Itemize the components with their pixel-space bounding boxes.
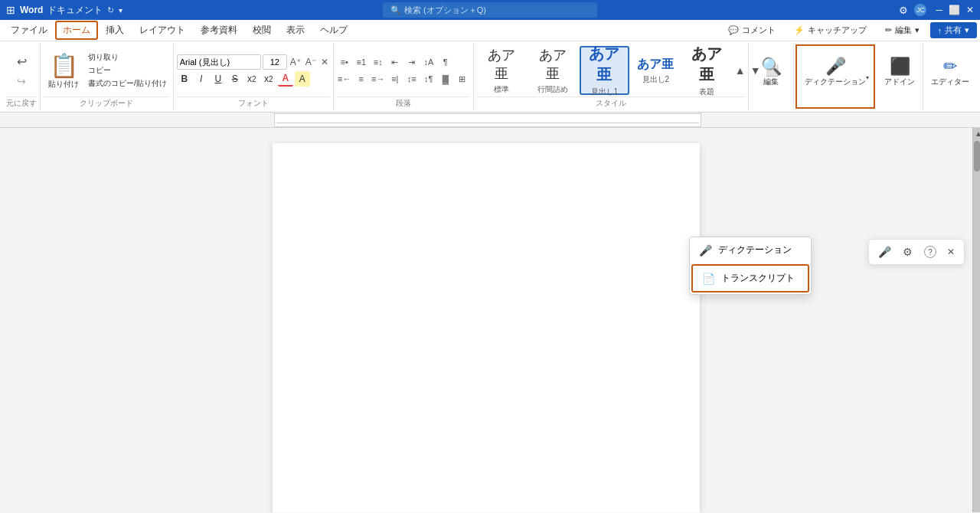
menu-item-insert[interactable]: 挿入 bbox=[98, 21, 132, 40]
ruler-area bbox=[0, 113, 980, 128]
paste-icon: 📋 bbox=[50, 52, 78, 79]
clear-format-button[interactable]: ✕ bbox=[319, 56, 330, 68]
align-right-button[interactable]: ≡→ bbox=[371, 71, 386, 87]
superscript-button[interactable]: x2 bbox=[261, 71, 276, 87]
dropdown-arrow[interactable]: ▾ bbox=[119, 6, 122, 15]
addin-button[interactable]: ⬛ アドイン bbox=[880, 54, 920, 90]
close-btn[interactable]: ✕ bbox=[966, 5, 974, 15]
copy-button[interactable]: コピー bbox=[85, 64, 170, 77]
styles-gallery: あア亜 標準 あア亜 行間詰め あア亜 見出し1 あア亜 見出し2 bbox=[477, 46, 780, 95]
transcript-settings-button[interactable]: ⚙ bbox=[898, 243, 916, 261]
editor-label: エディター bbox=[931, 77, 969, 87]
share-button[interactable]: ↑ 共有 ▾ bbox=[930, 22, 978, 38]
scroll-thumb[interactable] bbox=[974, 141, 980, 172]
sort-button[interactable]: ↕A bbox=[421, 54, 436, 70]
menu-item-help[interactable]: ヘルプ bbox=[312, 21, 355, 40]
style-title-button[interactable]: あア亜 表題 bbox=[682, 46, 732, 95]
style-tight-button[interactable]: あア亜 行間詰め bbox=[528, 46, 578, 95]
comment-button[interactable]: 💬 コメント bbox=[720, 22, 783, 38]
show-marks-button[interactable]: ¶ bbox=[438, 54, 453, 70]
document-page[interactable] bbox=[273, 143, 700, 512]
addin-label: アドイン bbox=[884, 77, 915, 87]
title-bar-center: 🔍 検索 (オプション＋Q) bbox=[328, 2, 651, 18]
restore-btn[interactable]: ⬜ bbox=[949, 5, 960, 15]
ruler-ticks bbox=[275, 114, 701, 126]
paste-button[interactable]: 📋 貼り付け bbox=[44, 49, 83, 93]
increase-indent-button[interactable]: ⇥ bbox=[404, 54, 420, 70]
undo-label: 元に戻す bbox=[6, 96, 37, 110]
dictation-section: 🎤 ディクテーション ▾ - bbox=[795, 44, 875, 109]
title-bar-right: ⚙ JC ─ ⬜ ✕ bbox=[652, 4, 974, 16]
align-left-button[interactable]: ≡← bbox=[337, 71, 352, 87]
style-heading1-text: あア亜 bbox=[587, 44, 622, 85]
bullets-button[interactable]: ≡• bbox=[337, 54, 352, 70]
edit-button[interactable]: ✏ 編集 ▾ bbox=[877, 22, 927, 38]
menu-right: 💬 コメント ⚡ キャッチアップ ✏ 編集 ▾ ↑ 共有 ▾ bbox=[720, 22, 978, 38]
dictation-menu-item-dictation[interactable]: 🎤 ディクテーション bbox=[690, 237, 811, 263]
settings-icon[interactable]: ⚙ bbox=[899, 5, 908, 16]
underline-button[interactable]: U bbox=[211, 71, 226, 87]
dictation-button[interactable]: 🎤 ディクテーション ▾ bbox=[800, 54, 871, 90]
bold-button[interactable]: B bbox=[177, 71, 192, 87]
menu-item-file[interactable]: ファイル bbox=[3, 21, 55, 40]
menu-item-layout[interactable]: レイアウト bbox=[132, 21, 193, 40]
strikethrough-button[interactable]: S bbox=[227, 71, 243, 87]
autosave-icon: ↻ bbox=[107, 5, 114, 15]
vertical-scrollbar[interactable]: ▲ bbox=[972, 128, 980, 512]
transcript-mic-button[interactable]: 🎤 bbox=[875, 243, 893, 261]
justify-button[interactable]: ≡| bbox=[387, 71, 403, 87]
editor-icon: ✏ bbox=[943, 57, 957, 77]
style-heading2-button[interactable]: あア亜 見出し2 bbox=[631, 46, 681, 95]
editing-button[interactable]: 🔍 編集 bbox=[752, 54, 790, 90]
menu-item-references[interactable]: 参考資料 bbox=[193, 21, 245, 40]
transcript-help-button[interactable]: ? bbox=[921, 243, 939, 261]
title-bar-left: ⊞ Word ドキュメント ↻ ▾ bbox=[6, 4, 328, 17]
transcript-close-button[interactable]: ✕ bbox=[944, 245, 958, 259]
shading-button[interactable]: ▓ bbox=[438, 71, 453, 87]
decrease-indent-button[interactable]: ⇤ bbox=[387, 54, 403, 70]
format-paste-button[interactable]: 書式のコピー/貼り付け bbox=[85, 77, 170, 90]
scroll-up-button[interactable]: ▲ bbox=[973, 128, 980, 139]
font-section: A⁺ A⁻ ✕ B I U S x2 x2 A A フォント bbox=[174, 43, 334, 110]
transcript-toolbar: 🎤 ⚙ ? ✕ bbox=[868, 239, 965, 265]
font-size-input[interactable] bbox=[263, 54, 287, 70]
font-increase-button[interactable]: A⁺ bbox=[289, 56, 302, 68]
undo-button[interactable]: ↩ bbox=[15, 52, 29, 71]
edit-dropdown-icon: ▾ bbox=[915, 25, 920, 35]
text-color-button[interactable]: A bbox=[278, 71, 293, 87]
line-spacing-button[interactable]: ↕≡ bbox=[404, 71, 420, 87]
font-name-input[interactable] bbox=[177, 54, 261, 70]
menu-item-view[interactable]: 表示 bbox=[279, 21, 312, 40]
menu-item-review[interactable]: 校閲 bbox=[245, 21, 279, 40]
multilevel-button[interactable]: ≡↕ bbox=[371, 54, 386, 70]
style-heading1-label: 見出し1 bbox=[591, 87, 619, 97]
catchup-button[interactable]: ⚡ キャッチアップ bbox=[786, 22, 874, 38]
font-decrease-button[interactable]: A⁻ bbox=[304, 56, 318, 68]
minimize-btn[interactable]: ─ bbox=[936, 5, 942, 15]
dictation-menu-item-transcript[interactable]: 📄 トランスクリプト bbox=[691, 264, 809, 292]
catchup-icon: ⚡ bbox=[794, 25, 805, 35]
cut-button[interactable]: 切り取り bbox=[85, 51, 170, 64]
redo-button[interactable]: ↪ bbox=[15, 73, 28, 90]
font-label: フォント bbox=[177, 96, 330, 110]
style-normal-button[interactable]: あア亜 標準 bbox=[477, 46, 527, 95]
dictation-label: ディクテーション bbox=[805, 77, 866, 87]
transcript-help-icon: ? bbox=[924, 246, 936, 258]
user-avatar[interactable]: JC bbox=[914, 4, 926, 16]
highlight-color-button[interactable]: A bbox=[295, 71, 310, 87]
menu-item-home[interactable]: ホーム bbox=[55, 21, 98, 40]
para-spacing-button[interactable]: ↕¶ bbox=[421, 71, 436, 87]
grid-icon[interactable]: ⊞ bbox=[6, 4, 15, 16]
align-center-button[interactable]: ≡ bbox=[354, 71, 369, 87]
search-bar[interactable]: 🔍 検索 (オプション＋Q) bbox=[383, 2, 597, 18]
styles-scroll-up[interactable]: ▲ bbox=[733, 63, 747, 78]
style-heading1-button[interactable]: あア亜 見出し1 bbox=[580, 46, 629, 95]
dictation-menu-transcript-icon: 📄 bbox=[702, 273, 715, 285]
editor-button[interactable]: ✏ エディター bbox=[926, 54, 974, 90]
subscript-button[interactable]: x2 bbox=[244, 71, 260, 87]
app-name: Word bbox=[20, 5, 43, 15]
numbering-button[interactable]: ≡1 bbox=[354, 54, 369, 70]
dictation-dropdown-arrow[interactable]: ▾ bbox=[866, 74, 869, 81]
italic-button[interactable]: I bbox=[194, 71, 209, 87]
borders-button[interactable]: ⊞ bbox=[455, 71, 470, 87]
